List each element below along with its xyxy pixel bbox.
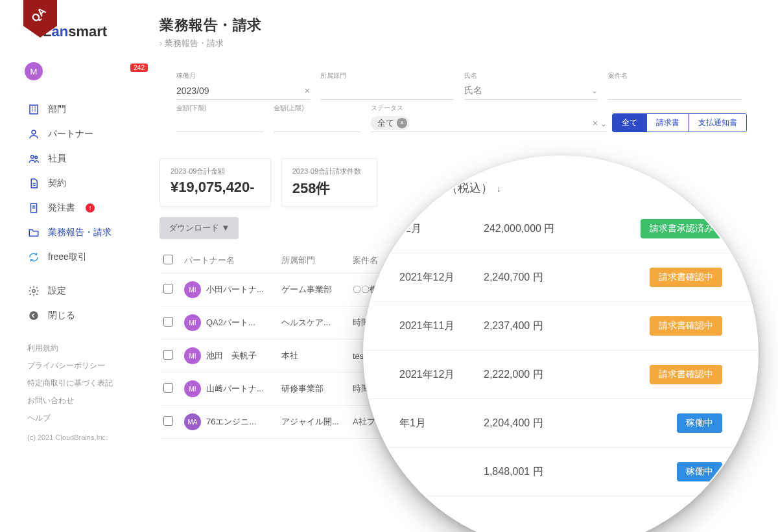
row-checkbox[interactable] — [163, 383, 173, 393]
filter-name[interactable]: 氏名 氏名⌄ — [459, 71, 603, 100]
filter-dept[interactable]: 所属部門 . — [315, 71, 459, 100]
download-button[interactable]: ダウンロード ▼ — [159, 217, 239, 239]
dept-cell: ヘルスケア... — [281, 317, 353, 329]
partner-name: 小田パートナ... — [206, 284, 264, 295]
notification-badge[interactable]: 242 — [130, 64, 148, 72]
status-badge: 請求書確認中 — [650, 365, 722, 384]
lens-amount: 1,848,001 円 — [484, 465, 612, 479]
stat-total-amount: 2023-09合計金額 ¥19,075,420- — [159, 158, 271, 207]
lens-amount: 2,237,400 円 — [484, 319, 612, 333]
dept-cell: アジャイル開... — [281, 416, 353, 428]
doc-type-segment: 全て 請求書 支払通知書 — [612, 113, 747, 132]
seg-all[interactable]: 全て — [613, 114, 646, 132]
folder-icon — [27, 226, 40, 239]
link-privacy[interactable]: プライバシーポリシー — [25, 357, 148, 375]
chip-close-icon[interactable]: × — [397, 118, 407, 128]
stat-total-count: 2023-09合計請求件数 258件 — [281, 158, 377, 207]
filter-month[interactable]: 稼働月 2023/09× — [171, 71, 315, 100]
lens-date: 2021年12月 — [399, 368, 484, 382]
dept-cell: ゲーム事業部 — [281, 284, 353, 295]
nav-partner[interactable]: パートナー — [25, 122, 148, 146]
partner-name: 山﨑パートナ... — [206, 383, 264, 395]
lens-row: 年1月 2,204,400 円 稼働中 — [364, 399, 757, 448]
lens-date: 12月 — [399, 222, 484, 236]
seg-invoice[interactable]: 請求書 — [646, 114, 689, 132]
svg-rect-1 — [30, 105, 38, 114]
nav-purchase-order[interactable]: 発注書! — [25, 196, 148, 220]
lens-amount: 2,204,400 円 — [484, 417, 612, 430]
dept-cell: 本社 — [281, 350, 353, 362]
filter-case[interactable]: 案件名 . — [603, 71, 747, 100]
filter-panel: 稼働月 2023/09× 所属部門 . 氏名 氏名⌄ 案件名 . 金額(下限) … — [159, 61, 759, 143]
svg-point-3 — [31, 156, 34, 159]
partner-avatar: MI — [184, 314, 201, 331]
page-title: 業務報告・請求 — [159, 16, 778, 35]
partner-avatar: MI — [184, 347, 201, 364]
qa-ribbon: QA — [23, 0, 57, 38]
nav-freee[interactable]: freee取引 — [25, 245, 148, 270]
nav-staff[interactable]: 社員 — [25, 146, 148, 171]
user-avatar: M — [25, 62, 43, 80]
breadcrumb: 業務報告・請求 — [159, 38, 778, 49]
row-checkbox[interactable] — [163, 284, 173, 294]
partner-avatar: MI — [184, 380, 201, 397]
lens-date: 2021年11月 — [399, 319, 484, 333]
legal-links: 利用規約 プライバシーポリシー 特定商取引に基づく表記 お問い合わせ ヘルプ — [25, 340, 148, 427]
filter-status[interactable]: ステータス 全て×× ⌄ — [366, 104, 612, 132]
dept-cell: 研修事業部 — [281, 383, 353, 395]
status-chip[interactable]: 全て× — [371, 116, 410, 130]
arrow-left-circle-icon — [27, 309, 40, 322]
svg-point-2 — [32, 130, 36, 134]
alert-dot-icon: ! — [86, 203, 95, 213]
chevron-down-icon: ⌄ — [591, 86, 598, 95]
svg-point-4 — [35, 156, 38, 159]
link-help[interactable]: ヘルプ — [25, 410, 148, 427]
lens-amount: 242,000,000 円 — [484, 222, 612, 236]
seg-notice[interactable]: 支払通知書 — [689, 114, 746, 132]
clear-icon[interactable]: × — [305, 86, 310, 96]
user-row[interactable]: M 242 — [25, 62, 148, 80]
lens-row: 2021年11月 2,237,400 円 請求書確認中 — [364, 302, 757, 351]
copyright: (c) 2021 CloudBrains,Inc. — [25, 434, 148, 441]
filter-amount-high[interactable]: 金額(上限) . — [268, 104, 366, 132]
partner-avatar: MI — [184, 281, 201, 298]
svg-point-6 — [32, 290, 36, 293]
row-checkbox[interactable] — [163, 317, 173, 327]
lens-amount: 2,240,700 円 — [484, 271, 612, 284]
nav-contract[interactable]: 契約 — [25, 171, 148, 196]
partner-avatar: MA — [184, 413, 201, 430]
status-badge: 請求書確認中 — [650, 268, 722, 287]
status-badge: 稼働中 — [677, 413, 722, 433]
nav-settings[interactable]: 設定 — [25, 279, 148, 303]
sort-down-icon[interactable]: ↓ — [497, 183, 501, 194]
lens-row: 12月 242,000,000 円 請求書承認済み — [364, 205, 757, 253]
lens-date: 年1月 — [399, 417, 484, 430]
clear-icon[interactable]: × — [593, 118, 598, 128]
filter-amount-low[interactable]: 金額(下限) . — [171, 104, 268, 132]
person-icon — [27, 128, 40, 141]
link-contact[interactable]: お問い合わせ — [25, 392, 148, 410]
file-icon — [27, 202, 40, 214]
magnified-detail: 請求金額（税込）↓ ステータ 12月 242,000,000 円 請求書承認済み… — [363, 156, 759, 532]
row-checkbox[interactable] — [163, 350, 173, 360]
link-terms[interactable]: 利用規約 — [25, 340, 148, 357]
row-checkbox[interactable] — [163, 416, 173, 426]
lens-amount: 2,222,000 円 — [484, 368, 612, 382]
partner-name: 76エンジニ... — [206, 416, 256, 428]
link-sct[interactable]: 特定商取引に基づく表記 — [25, 375, 148, 392]
gear-icon — [27, 284, 40, 297]
chevron-down-icon: ⌄ — [600, 119, 607, 128]
sidebar: M 242 部門 パートナー 社員 契約 発注書! 業務報告・請求 freee取… — [25, 62, 148, 441]
lens-row: 2021年12月 2,222,000 円 請求書確認中 — [364, 351, 757, 399]
nav-close[interactable]: 閉じる — [25, 303, 148, 328]
nav-dept[interactable]: 部門 — [25, 97, 148, 122]
select-all-checkbox[interactable] — [163, 255, 173, 264]
partner-name: QA2パート... — [206, 317, 255, 329]
nav-list: 部門 パートナー 社員 契約 発注書! 業務報告・請求 freee取引 設定 閉… — [25, 97, 148, 328]
nav-report-invoice[interactable]: 業務報告・請求 — [25, 220, 148, 245]
lens-row: 1,848,001 円 稼働中 — [364, 448, 757, 496]
document-icon — [27, 177, 40, 190]
svg-point-7 — [29, 311, 38, 320]
building-icon — [27, 103, 40, 116]
partner-name: 池田 美帆子 — [206, 350, 257, 362]
